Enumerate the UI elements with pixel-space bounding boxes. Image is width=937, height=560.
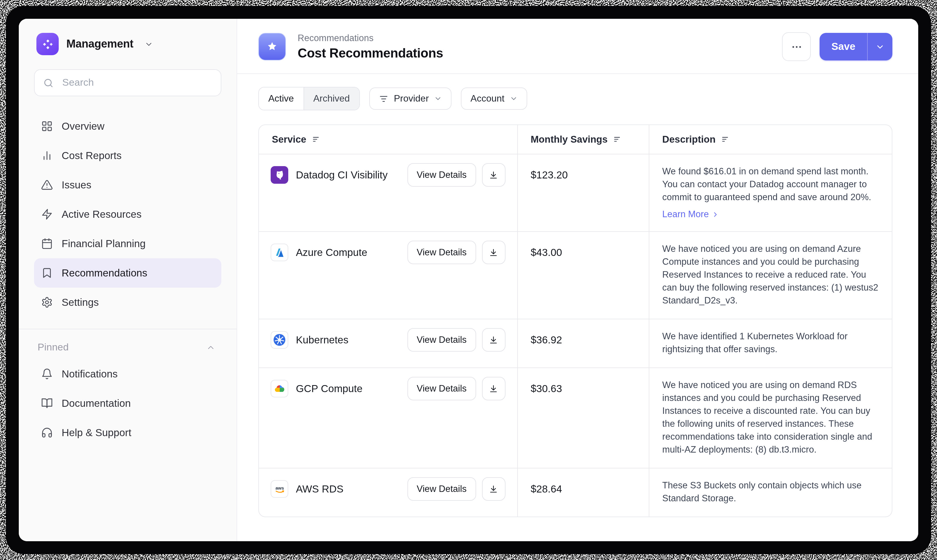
table-row: GCP Compute View Details $30.63 [259,368,892,468]
view-details-button[interactable]: View Details [408,328,476,352]
download-button[interactable] [482,241,506,264]
view-details-button[interactable]: View Details [408,477,476,501]
save-button[interactable]: Save [820,33,867,60]
sidebar-item-label: Settings [62,296,98,308]
app-window: Management Overview Cost Reports [19,19,918,541]
clover-logo-icon [36,33,59,55]
column-header-description: Description [649,125,892,154]
save-split-button: Save [820,33,892,60]
service-cell: Datadog CI Visibility View Details [259,154,517,231]
savings-cell: $30.63 [517,368,649,468]
sidebar: Management Overview Cost Reports [19,19,237,541]
column-label: Service [272,134,306,145]
tab-archived[interactable]: Archived [303,88,359,110]
pinned-list: Notifications Documentation Help & Suppo… [34,359,222,447]
save-dropdown-button[interactable] [867,33,892,60]
savings-value: $43.00 [531,242,636,259]
sidebar-item-recommendations[interactable]: Recommendations [34,258,222,288]
ellipsis-icon [791,41,802,52]
sidebar-item-label: Issues [62,179,91,191]
learn-more-link[interactable]: Learn More [662,209,720,220]
sidebar-item-settings[interactable]: Settings [34,288,222,317]
description-cell: We have identified 1 Kubernetes Workload… [649,319,892,368]
sort-service[interactable]: Service [272,134,504,145]
account-filter-label: Account [471,93,505,104]
datadog-icon [271,166,288,184]
column-label: Monthly Savings [531,134,608,145]
download-button[interactable] [482,328,506,352]
view-details-button[interactable]: View Details [408,241,476,264]
download-button[interactable] [482,377,506,400]
lightning-icon [41,208,53,220]
sort-description[interactable]: Description [662,134,879,145]
table-header-row: Service Monthly Savings [259,125,892,154]
download-button[interactable] [482,163,506,187]
description-cell: We have noticed you are using on demand … [649,232,892,319]
search-box[interactable] [34,69,222,96]
screen: Management Overview Cost Reports [0,0,937,560]
filter-bar: Active Archived Provider Account [258,87,892,110]
column-label: Description [662,134,715,145]
chevron-down-icon [509,94,518,103]
sidebar-nav: Overview Cost Reports Issues Active Reso… [34,112,222,317]
aws-icon: aws [271,480,288,498]
sidebar-divider [19,329,237,329]
recommendations-table: Service Monthly Savings [258,125,892,517]
star-icon [258,33,286,60]
service-cell: Azure Compute View Details [259,232,517,319]
more-options-button[interactable] [782,32,811,61]
status-tabs: Active Archived [258,87,360,110]
sidebar-item-help-support[interactable]: Help & Support [34,418,222,447]
sidebar-item-label: Notifications [62,368,118,380]
sidebar-item-label: Active Resources [62,208,142,220]
download-icon [489,384,499,394]
sidebar-item-overview[interactable]: Overview [34,112,222,141]
content-area: Active Archived Provider Account [237,74,918,541]
tab-active[interactable]: Active [259,88,303,110]
savings-value: $30.63 [531,378,636,395]
search-input[interactable] [61,76,212,89]
savings-cell: $123.20 [517,154,649,231]
sidebar-item-active-resources[interactable]: Active Resources [34,200,222,229]
service-name: GCP Compute [296,382,363,395]
main-panel: Recommendations Cost Recommendations Sav… [237,19,918,541]
service-name: Datadog CI Visibility [296,169,388,181]
description-cell: We found $616.01 in on demand spend last… [649,154,892,231]
header-text: Recommendations Cost Recommendations [298,32,443,61]
savings-cell: $36.92 [517,319,649,368]
savings-value: $123.20 [531,165,636,182]
service-cell: aws AWS RDS View Details [259,468,517,517]
sidebar-item-cost-reports[interactable]: Cost Reports [34,141,222,170]
download-button[interactable] [482,477,506,501]
savings-value: $36.92 [531,330,636,346]
sidebar-item-issues[interactable]: Issues [34,170,222,200]
savings-cell: $43.00 [517,232,649,319]
pinned-section-header[interactable]: Pinned [34,342,222,353]
provider-filter-dropdown[interactable]: Provider [369,88,452,110]
sidebar-item-documentation[interactable]: Documentation [34,389,222,418]
account-filter-dropdown[interactable]: Account [461,88,528,110]
sidebar-item-financial-planning[interactable]: Financial Planning [34,229,222,258]
book-icon [41,397,53,409]
description-text: We have noticed you are using on demand … [662,242,879,307]
chevron-up-icon[interactable] [206,343,215,352]
search-icon [43,77,54,88]
workspace-name: Management [66,38,133,51]
header-actions: Save [782,32,892,61]
gcp-icon [271,380,288,397]
table-row: Azure Compute View Details $43.00 [259,231,892,319]
chevron-right-icon [712,211,720,218]
service-name: AWS RDS [296,483,343,495]
page-title: Cost Recommendations [298,46,443,61]
sidebar-item-notifications[interactable]: Notifications [34,359,222,389]
table-row: Datadog CI Visibility View Details $123.… [259,154,892,231]
azure-icon [271,244,288,261]
learn-more-label: Learn More [662,209,709,220]
workspace-switcher[interactable]: Management [34,33,222,55]
view-details-button[interactable]: View Details [408,377,476,400]
sidebar-item-label: Cost Reports [62,149,122,162]
sidebar-item-label: Recommendations [62,267,147,279]
view-details-button[interactable]: View Details [408,163,476,187]
sort-monthly-savings[interactable]: Monthly Savings [531,134,636,145]
column-header-service: Service [259,125,517,154]
